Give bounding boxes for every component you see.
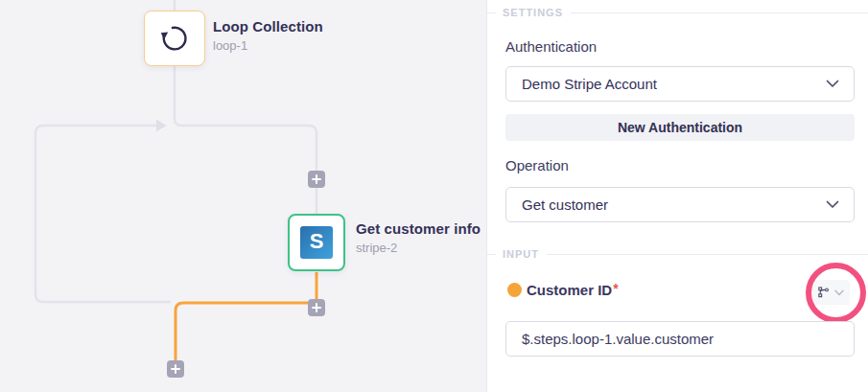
input-header-label: INPUT xyxy=(503,248,539,260)
customer-id-label: Customer ID* xyxy=(527,282,619,298)
node-subtitle: loop-1 xyxy=(213,38,323,53)
stripe-logo-icon: S xyxy=(300,226,333,259)
new-authentication-button[interactable]: New Authentication xyxy=(505,114,855,141)
workflow-editor: Loop Collection loop-1 S Get customer in… xyxy=(0,0,868,392)
operation-value: Get customer xyxy=(522,196,826,213)
settings-section-header: SETTINGS xyxy=(487,7,868,18)
required-asterisk: * xyxy=(613,281,618,296)
chevron-down-icon xyxy=(826,80,839,88)
branch-icon xyxy=(817,286,830,299)
node-title: Get customer info xyxy=(356,220,481,237)
divider xyxy=(487,254,496,255)
settings-panel: SETTINGS Authentication Demo Stripe Acco… xyxy=(486,0,868,392)
loop-return-connector xyxy=(35,126,171,302)
orange-connector xyxy=(176,272,317,363)
authentication-value: Demo Stripe Account xyxy=(522,76,826,92)
divider xyxy=(487,12,496,13)
stripe-logo-letter: S xyxy=(310,231,324,252)
add-step-button[interactable] xyxy=(167,360,184,378)
node-subtitle: stripe-2 xyxy=(356,241,481,255)
customer-id-value: $.steps.loop-1.value.customer xyxy=(522,331,714,347)
mapping-toggle-button[interactable] xyxy=(810,280,850,305)
loop-icon xyxy=(158,22,191,55)
workflow-canvas[interactable]: Loop Collection loop-1 S Get customer in… xyxy=(0,0,486,392)
add-step-button[interactable] xyxy=(308,171,325,188)
chevron-down-icon xyxy=(834,289,844,296)
chevron-down-icon xyxy=(826,200,839,209)
input-section-header: INPUT xyxy=(487,248,868,260)
required-status-dot xyxy=(507,283,522,297)
node-caption-stripe: Get customer info stripe-2 xyxy=(356,220,481,255)
divider xyxy=(571,12,868,13)
customer-id-label-text: Customer ID xyxy=(527,282,612,298)
node-title: Loop Collection xyxy=(213,18,323,35)
authentication-select[interactable]: Demo Stripe Account xyxy=(505,66,855,102)
add-step-button[interactable] xyxy=(308,299,325,316)
node-caption-loop: Loop Collection loop-1 xyxy=(213,18,323,53)
authentication-label: Authentication xyxy=(505,38,597,55)
node-loop-collection[interactable] xyxy=(144,11,205,66)
customer-id-input[interactable]: $.steps.loop-1.value.customer xyxy=(505,321,855,357)
loop-return-arrowhead xyxy=(156,120,167,132)
connector-lines xyxy=(0,0,486,392)
operation-label: Operation xyxy=(505,157,569,173)
divider xyxy=(547,254,868,255)
operation-select[interactable]: Get customer xyxy=(505,187,855,222)
node-get-customer-info[interactable]: S xyxy=(288,214,345,271)
settings-header-label: SETTINGS xyxy=(503,7,563,18)
